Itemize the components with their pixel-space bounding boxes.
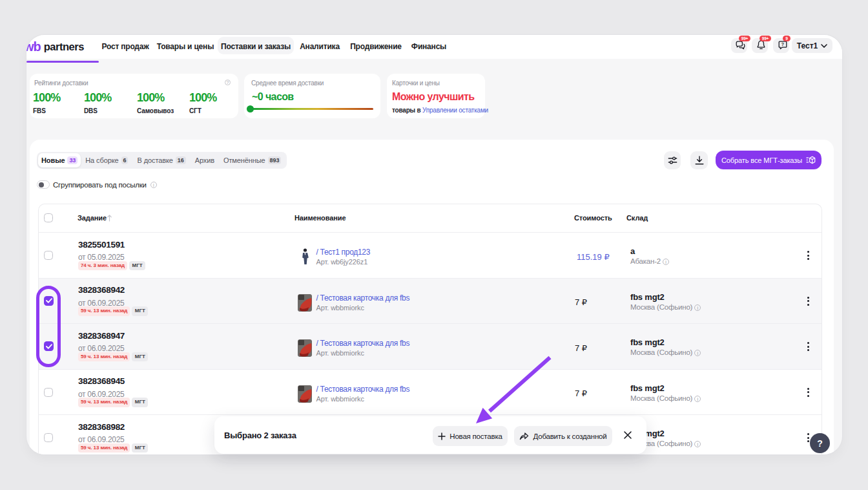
svg-text:?: ? xyxy=(781,42,784,47)
